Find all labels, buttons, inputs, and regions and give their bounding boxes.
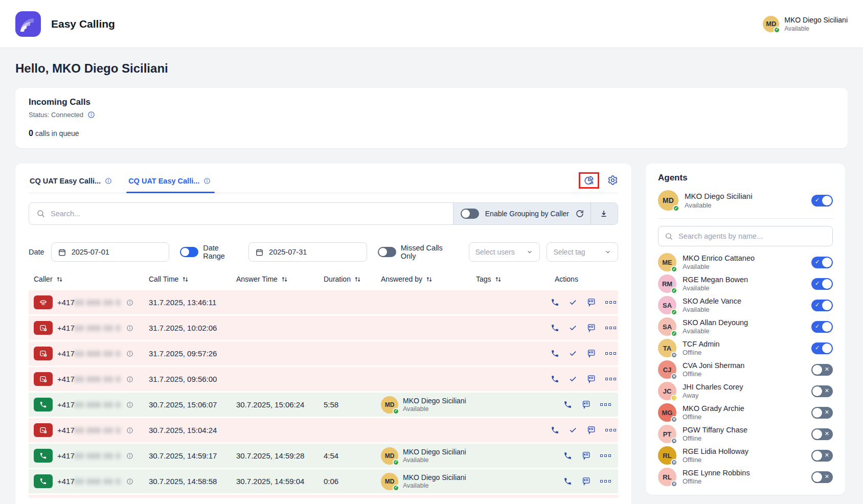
agent-search-input[interactable] [678, 232, 826, 240]
agent-toggle[interactable]: ✕ [811, 450, 833, 462]
tab-queue-2[interactable]: CQ UAT Easy Calli... [127, 172, 212, 193]
agent-toggle[interactable]: ✓ [811, 321, 833, 333]
caller-info-icon[interactable] [126, 299, 133, 306]
more-actions-icon[interactable] [600, 403, 611, 406]
agent-avatar-initials: SA [663, 323, 672, 331]
mark-handled-icon[interactable] [569, 324, 577, 332]
call-back-icon[interactable] [551, 298, 559, 307]
sort-icon[interactable] [425, 276, 433, 283]
answered-by-cell: MD ✓ MKO Diego Siciliani Available [376, 447, 471, 465]
agent-toggle[interactable]: ✓ [811, 195, 833, 207]
call-back-icon[interactable] [551, 375, 559, 383]
sort-icon[interactable] [56, 276, 63, 283]
agent-avatar-initials: RL [663, 473, 671, 481]
sort-icon[interactable] [354, 276, 361, 283]
caller-info-icon[interactable] [126, 350, 133, 357]
call-back-icon[interactable] [551, 324, 559, 332]
caller-info-icon[interactable] [126, 478, 133, 485]
tab-queue-2-label: CQ UAT Easy Calli... [128, 177, 199, 185]
more-actions-icon[interactable] [605, 327, 616, 329]
call-notes-icon[interactable] [581, 451, 591, 461]
tab-queue-1-label: CQ UAT Easy Calli... [30, 177, 101, 185]
tab-queue-1[interactable]: CQ UAT Easy Calli... [29, 172, 113, 193]
refresh-icon[interactable] [575, 209, 584, 218]
caller-info-icon[interactable] [126, 427, 133, 434]
call-notes-icon[interactable] [586, 297, 596, 307]
search-box[interactable] [29, 203, 453, 224]
date-from-input[interactable]: 2025-07-01 [51, 242, 170, 262]
call-notes-icon[interactable] [586, 425, 596, 435]
date-range-toggle[interactable] [180, 247, 198, 257]
calls-table-body: +41700 000 00 0 31.7.2025, 13:46:11 +417… [29, 290, 618, 498]
statistics-icon[interactable] [583, 175, 595, 186]
call-notes-icon[interactable] [581, 400, 591, 409]
call-back-icon[interactable] [563, 477, 572, 486]
call-row: +41700 000 00 0 30.7.2025, 14:59:17 30.7… [29, 444, 618, 468]
agent-toggle[interactable]: ✕ [811, 471, 833, 483]
more-actions-icon[interactable] [605, 301, 616, 304]
call-back-icon[interactable] [551, 426, 559, 434]
info-icon[interactable] [105, 177, 112, 185]
agent-avatar: MD ✓ [658, 190, 678, 211]
agent-toggle[interactable]: ✓ [811, 300, 833, 311]
answer-time-cell: 30.7.2025, 14:59:04 [231, 477, 319, 486]
caller-info-icon[interactable] [126, 376, 133, 383]
call-notes-icon[interactable] [581, 476, 591, 486]
agent-toggle[interactable]: ✓ [811, 278, 833, 290]
download-icon[interactable] [597, 209, 610, 218]
call-notes-icon[interactable] [586, 323, 596, 333]
agent-status: Offline [683, 456, 748, 464]
caller-info-icon[interactable] [126, 452, 133, 460]
more-actions-icon[interactable] [600, 454, 611, 457]
column-header-call-time[interactable]: Call Time [144, 275, 231, 283]
column-label: Answer Time [236, 275, 278, 283]
agent-toggle[interactable]: ✓ [811, 342, 833, 354]
mark-handled-icon[interactable] [569, 426, 577, 434]
column-header-answered-by[interactable]: Answered by [376, 275, 471, 283]
call-notes-icon[interactable] [586, 349, 596, 358]
call-back-icon[interactable] [563, 400, 572, 409]
settings-gear-icon[interactable] [607, 175, 618, 186]
column-header-answer-time[interactable]: Answer Time [231, 275, 319, 283]
agent-toggle[interactable]: ✕ [811, 428, 833, 440]
agent-toggle[interactable]: ✕ [811, 364, 833, 376]
column-header-tags[interactable]: Tags [471, 275, 546, 283]
date-to-input[interactable]: 2025-07-31 [248, 242, 367, 262]
agent-search-box[interactable] [658, 226, 833, 246]
agent-row: TA ✕ TCF Admin Offline ✓ [658, 337, 833, 359]
mark-handled-icon[interactable] [569, 375, 577, 383]
caller-number: +41700 000 00 0 [57, 477, 121, 486]
call-row: +41700 000 00 0 31.7.2025, 09:57:26 [29, 341, 618, 365]
call-notes-icon[interactable] [586, 374, 596, 384]
column-header-duration[interactable]: Duration [319, 275, 376, 283]
sort-icon[interactable] [181, 276, 189, 283]
user-menu[interactable]: MD ✓ MKO Diego Siciliani Available [763, 16, 848, 32]
mark-handled-icon[interactable] [569, 349, 577, 358]
agent-toggle[interactable]: ✓ [811, 257, 833, 268]
search-input[interactable] [51, 210, 446, 218]
select-users-dropdown[interactable]: Select users [469, 242, 540, 262]
agent-toggle[interactable]: ✕ [811, 385, 833, 397]
agent-name: MKO Diego Siciliani [685, 192, 753, 200]
select-tag-dropdown[interactable]: Select tag [547, 242, 618, 262]
missed-calls-label: Missed Calls Only [401, 244, 459, 260]
call-back-icon[interactable] [551, 349, 559, 358]
call-back-icon[interactable] [563, 451, 572, 460]
info-icon[interactable] [87, 111, 95, 119]
agent-toggle[interactable]: ✕ [811, 407, 833, 419]
grouping-toggle[interactable] [461, 209, 479, 219]
agent-status: Offline [683, 349, 720, 356]
more-actions-icon[interactable] [605, 378, 616, 380]
sort-icon[interactable] [494, 276, 502, 283]
more-actions-icon[interactable] [605, 352, 616, 355]
caller-info-icon[interactable] [126, 401, 133, 408]
missed-calls-toggle[interactable] [378, 247, 396, 257]
agent-status: Available [685, 201, 753, 209]
info-icon[interactable] [203, 177, 211, 185]
mark-handled-icon[interactable] [569, 298, 577, 307]
more-actions-icon[interactable] [600, 480, 611, 483]
sort-icon[interactable] [281, 276, 288, 283]
caller-info-icon[interactable] [126, 325, 133, 332]
more-actions-icon[interactable] [605, 429, 616, 431]
column-header-caller[interactable]: Caller [29, 275, 144, 283]
